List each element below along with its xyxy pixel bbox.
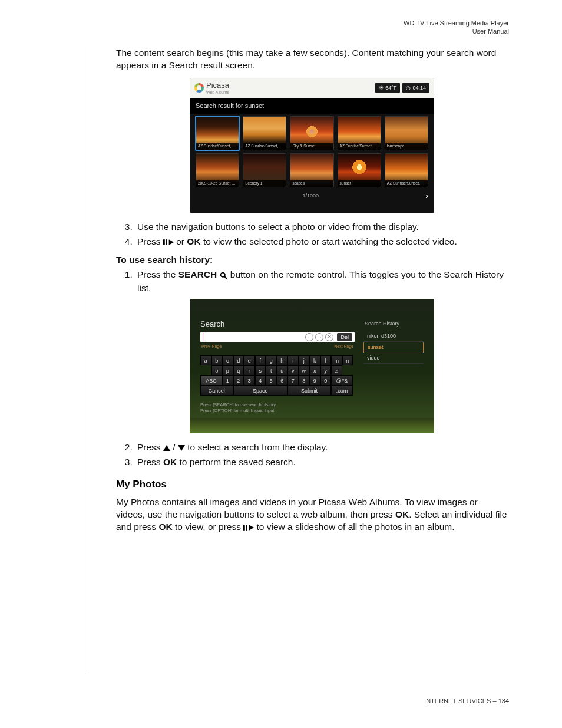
key-2[interactable]: 2 [233,375,244,386]
thumbnail[interactable]: AZ Sunrise/Sunset… [338,116,381,150]
key-j[interactable]: j [299,355,310,365]
search-history-title: Search History [363,320,424,327]
thumbnail[interactable]: Sky & Sunset [290,116,333,150]
key-s[interactable]: s [255,365,266,375]
key-w[interactable]: w [299,365,310,375]
clock-icon: ◷ [406,84,411,91]
key-v[interactable]: v [287,365,299,375]
key-[interactable]: @#& [331,375,353,386]
key-com[interactable]: .com [331,386,353,396]
key-a[interactable]: a [200,355,211,365]
svg-marker-7 [249,525,254,531]
doc-header: WD TV Live Streaming Media Player User M… [404,19,509,36]
up-arrow-icon [163,445,170,451]
next-page-label: Next Page [334,344,353,349]
search-result-bar: Search result for sunset [190,98,434,114]
svg-rect-1 [166,239,167,245]
weather-badge: ☀ 64°F [375,83,400,93]
key-8[interactable]: 8 [299,375,310,386]
svg-rect-6 [246,525,247,531]
search-input[interactable]: ← → ✕ Del [200,332,355,342]
key-3[interactable]: 3 [244,375,255,386]
picasa-logo: Picasa Web Albums [194,80,229,95]
thumbnail-grid: AZ Sunrise/Sunset, A… AZ Sunrise/Sunset,… [190,114,434,189]
page-footer: INTERNET SERVICES – 134 [424,697,509,704]
key-y[interactable]: y [320,365,332,375]
doc-title: WD TV Live Streaming Media Player [404,19,509,27]
thumbnail[interactable]: sunset [338,153,381,187]
key-0[interactable]: 0 [320,375,332,386]
key-4[interactable]: 4 [255,375,266,386]
keyboard-hints: Press [SEARCH] to use search history Pre… [200,402,276,414]
key-cancel[interactable]: Cancel [200,386,233,396]
thumbnail[interactable]: AZ Sunrise/Sunset, … [243,116,286,150]
key-1[interactable]: 1 [222,375,233,386]
thumbnail[interactable]: AZ Sunrise/Sunset… [385,153,428,187]
svg-marker-2 [169,239,174,245]
key-i[interactable]: i [287,355,299,365]
key-b[interactable]: b [211,355,223,365]
key-n[interactable]: n [342,355,353,365]
key-p[interactable]: p [222,365,233,375]
clock-time: 04:14 [412,84,426,91]
thumbnail[interactable]: Scenery 1 [243,153,286,187]
picasa-screenshot: Picasa Web Albums ☀ 64°F ◷ 04:14 Search … [190,78,434,213]
my-photos-paragraph: My Photos contains all images and videos… [116,496,508,535]
search-history-heading: To use search history: [116,254,508,266]
step-4: Press or OK to view the selected photo o… [135,236,508,249]
onscreen-keyboard: abcdefghijklmn opqrstuvwxyz ABC123456789… [200,355,355,396]
key-9[interactable]: 9 [309,375,320,386]
key-k[interactable]: k [309,355,320,365]
history-item[interactable]: nikon d3100 [363,331,424,342]
intro-paragraph: The content search begins (this may take… [116,47,508,72]
search-label: Search [200,319,355,330]
pause-play-icon [163,237,174,249]
key-q[interactable]: q [233,365,244,375]
input-clear-icon[interactable]: ✕ [325,333,333,341]
key-6[interactable]: 6 [277,375,288,386]
history-step-1: Press the SEARCH button on the remote co… [135,269,508,295]
key-m[interactable]: m [331,355,342,365]
history-item[interactable]: video [363,353,424,364]
weather-icon: ☀ [379,84,384,91]
picasa-footer: 1/1000 › [190,189,434,204]
key-g[interactable]: g [266,355,277,365]
key-submit[interactable]: Submit [287,386,331,396]
key-7[interactable]: 7 [287,375,299,386]
svg-rect-5 [243,525,245,531]
svg-line-4 [224,276,227,279]
key-h[interactable]: h [277,355,288,365]
footer-section: INTERNET SERVICES [424,697,491,704]
key-t[interactable]: t [266,365,277,375]
key-o[interactable]: o [211,365,223,375]
weather-temp: 64°F [385,84,396,91]
prev-page-label: Prev. Page [201,344,222,349]
key-d[interactable]: d [233,355,244,365]
thumbnail[interactable]: 2009-10-26 Sunset … [196,153,239,187]
page-counter: 1/1000 [302,192,319,199]
key-e[interactable]: e [244,355,255,365]
margin-rule [87,47,87,672]
thumbnail[interactable]: scapes [290,153,333,187]
picasa-logo-sub: Web Albums [206,90,229,95]
key-l[interactable]: l [320,355,332,365]
key-abc[interactable]: ABC [200,375,222,386]
delete-button[interactable]: Del [337,333,352,341]
key-space[interactable]: Space [233,386,288,396]
key-x[interactable]: x [309,365,320,375]
thumbnail[interactable]: AZ Sunrise/Sunset, A… [196,116,239,150]
history-item-selected[interactable]: sunset [363,342,424,353]
picasa-header: Picasa Web Albums ☀ 64°F ◷ 04:14 [190,78,434,98]
clock-badge: ◷ 04:14 [402,83,429,93]
key-z[interactable]: z [331,365,342,375]
key-f[interactable]: f [255,355,266,365]
next-page-icon[interactable]: › [425,190,428,202]
footer-page-number: 134 [498,697,509,704]
key-r[interactable]: r [244,365,255,375]
thumbnail[interactable]: landscape [385,116,428,150]
key-u[interactable]: u [277,365,288,375]
key-c[interactable]: c [222,355,233,365]
key-5[interactable]: 5 [266,375,277,386]
input-fwd-icon[interactable]: → [315,333,323,341]
input-back-icon[interactable]: ← [305,333,313,341]
